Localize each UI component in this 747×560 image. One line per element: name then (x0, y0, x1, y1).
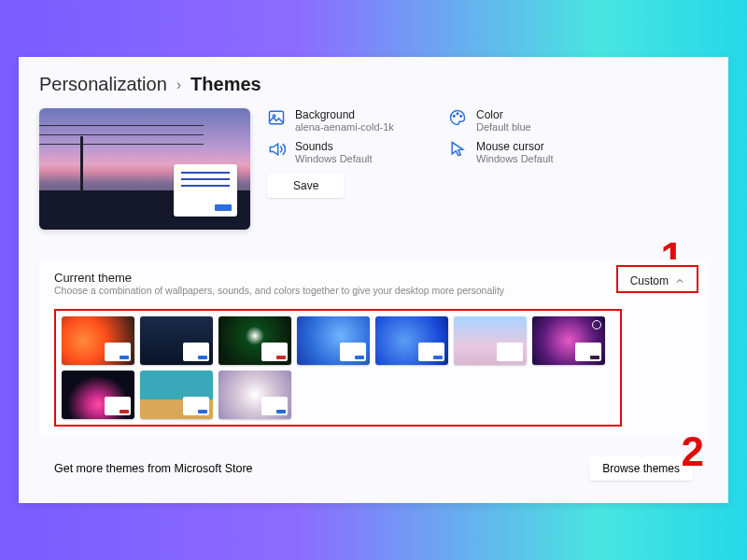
breadcrumb-current: Themes (190, 74, 261, 95)
color-property[interactable]: Color Default blue (448, 108, 607, 133)
property-value: Default blue (476, 121, 531, 133)
property-value: Windows Default (295, 153, 373, 164)
background-property[interactable]: Background alena-aenami-cold-1k (267, 108, 426, 133)
image-icon (267, 108, 286, 127)
property-label: Background (295, 108, 394, 121)
store-label: Get more themes from Microsoft Store (54, 462, 253, 475)
themes-grid (54, 309, 622, 427)
theme-option-7[interactable] (62, 371, 134, 419)
save-button[interactable]: Save (267, 174, 345, 198)
svg-rect-0 (270, 111, 284, 123)
theme-option-2[interactable] (218, 316, 291, 365)
property-label: Color (476, 108, 531, 121)
theme-option-9[interactable] (218, 371, 291, 419)
chevron-right-icon: › (176, 77, 181, 93)
svg-point-2 (453, 116, 455, 118)
theme-option-1[interactable] (140, 316, 213, 365)
sounds-property[interactable]: Sounds Windows Default (267, 140, 426, 164)
breadcrumb-parent[interactable]: Personalization (39, 74, 167, 95)
theme-option-4[interactable] (375, 316, 448, 365)
section-title: Current theme (54, 271, 504, 285)
svg-point-3 (457, 113, 458, 115)
property-value: alena-aenami-cold-1k (295, 121, 394, 133)
theme-option-8[interactable] (140, 371, 213, 419)
theme-option-6[interactable] (532, 316, 605, 365)
theme-preview (39, 108, 250, 230)
svg-point-4 (460, 116, 462, 118)
theme-option-5[interactable] (454, 316, 527, 365)
cursor-icon (448, 140, 467, 159)
dropdown-value: Custom (630, 274, 669, 287)
chevron-up-icon (674, 275, 685, 287)
property-label: Sounds (295, 140, 373, 153)
section-subtitle: Choose a combination of wallpapers, soun… (54, 285, 504, 296)
settings-panel: Personalization › Themes (19, 57, 728, 503)
property-value: Windows Default (476, 153, 554, 164)
current-theme-section: Current theme Choose a combination of wa… (39, 259, 708, 438)
theme-dropdown[interactable]: Custom (623, 271, 693, 291)
theme-option-3[interactable] (297, 316, 370, 365)
property-label: Mouse cursor (476, 140, 554, 153)
theme-option-0[interactable] (62, 316, 134, 365)
palette-icon (448, 108, 467, 127)
cursor-property[interactable]: Mouse cursor Windows Default (448, 140, 607, 164)
browse-themes-button[interactable]: Browse themes (589, 456, 693, 481)
sound-icon (267, 140, 286, 159)
breadcrumb: Personalization › Themes (39, 74, 708, 95)
